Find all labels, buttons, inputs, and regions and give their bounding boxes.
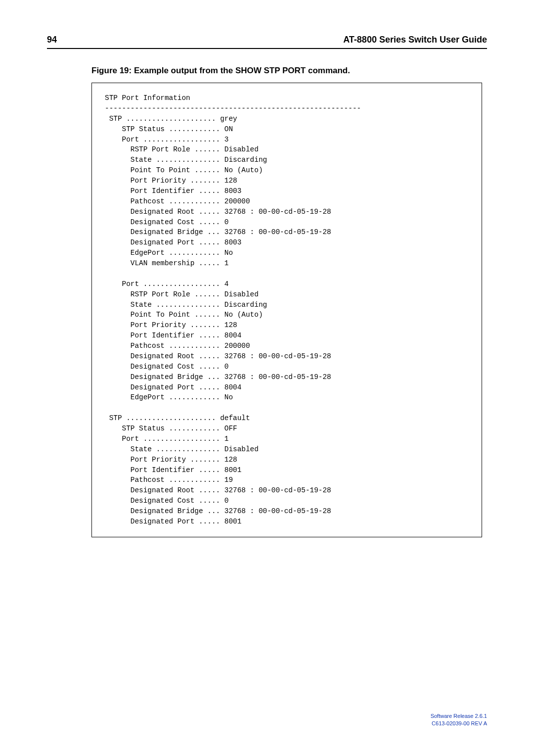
code-output-box: STP Port Information -------------------… [91, 83, 482, 537]
footer-docnum: C613-02039-00 REV A [431, 720, 487, 727]
page-footer: Software Release 2.6.1 C613-02039-00 REV… [431, 712, 487, 727]
document-page: 94 AT-8800 Series Switch User Guide Figu… [0, 0, 534, 756]
figure-caption: Figure 19: Example output from the SHOW … [91, 66, 487, 76]
footer-release: Software Release 2.6.1 [431, 712, 487, 720]
guide-title: AT-8800 Series Switch User Guide [343, 35, 487, 45]
page-number: 94 [47, 35, 57, 45]
page-header: 94 AT-8800 Series Switch User Guide [47, 35, 487, 49]
